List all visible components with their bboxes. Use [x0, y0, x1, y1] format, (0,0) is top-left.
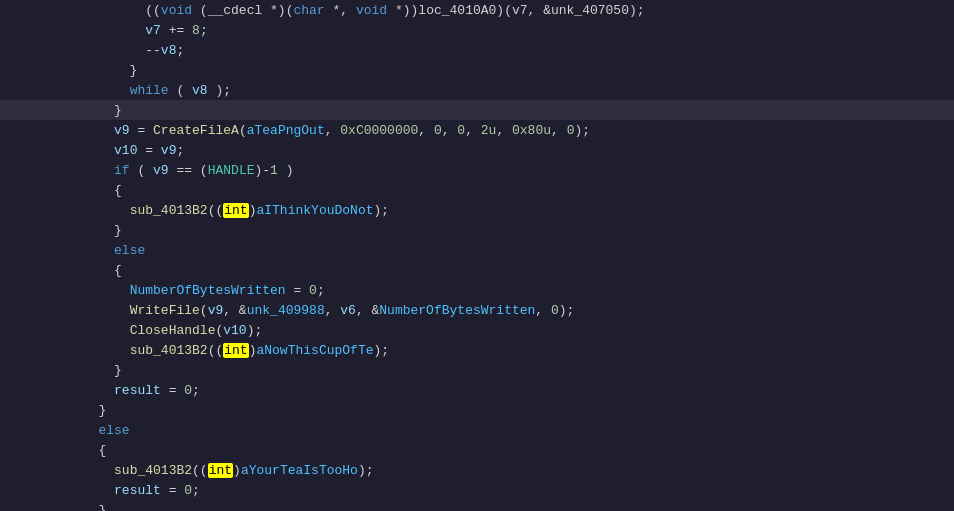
- line-content: }: [28, 488, 954, 512]
- code-editor: ((void (__cdecl *)(char *, void *))loc_4…: [0, 0, 954, 511]
- code-token: }: [83, 503, 106, 512]
- code-line: }: [0, 500, 954, 511]
